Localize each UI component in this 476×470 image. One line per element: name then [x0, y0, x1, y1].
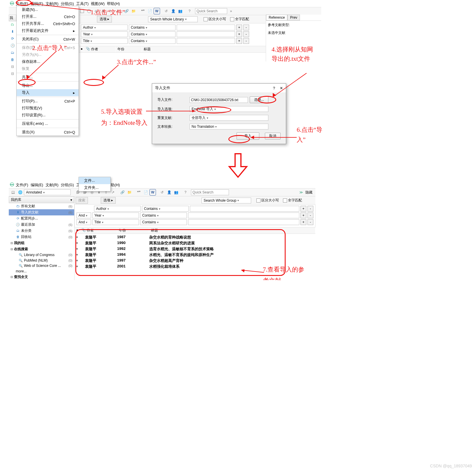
word-icon[interactable]: W	[150, 189, 156, 196]
search-value-input[interactable]	[177, 31, 235, 37]
menu-file[interactable]: 文件(F)	[16, 182, 28, 188]
trash-icon[interactable]: 🗑	[11, 58, 14, 62]
add-row-button[interactable]: +	[300, 219, 306, 225]
toolbar-icon[interactable]: 🔗	[123, 8, 130, 14]
cancel-button[interactable]: 取消	[265, 133, 281, 139]
case-checkbox[interactable]: 区分大小写	[204, 17, 226, 22]
file-menu-item[interactable]: 打开最近的文件▸	[17, 27, 79, 34]
toolbar-icon[interactable]: 👤	[170, 8, 176, 14]
toolbar-icon[interactable]	[86, 8, 92, 14]
toolbar-icon[interactable]: 📄	[143, 189, 149, 196]
drawer-icon[interactable]: 🗂	[11, 51, 14, 55]
toolbar-icon[interactable]: ⬇	[100, 8, 106, 14]
search-field-dropdown[interactable]: Author	[81, 25, 128, 30]
sync-icon[interactable]: ⟳	[11, 37, 14, 41]
file-menu-item[interactable]: 打印预览(V)	[17, 105, 79, 112]
menu-view[interactable]: 视图(W)	[91, 1, 105, 6]
col-author[interactable]: 作者	[85, 227, 117, 234]
hide-search-button[interactable]: 隐藏	[305, 190, 312, 195]
toolbar-icon[interactable]: 📄	[147, 8, 153, 14]
toolbar-icon[interactable]: ↺	[163, 8, 169, 14]
file-menu-item[interactable]: 压缩库(.enlx) ...	[17, 120, 79, 127]
search-mode-dropdown[interactable]: Search Whole Group	[201, 198, 251, 203]
help-icon[interactable]: ?	[186, 8, 193, 14]
import-button[interactable]: 导入	[237, 132, 259, 140]
remove-row-button[interactable]: -	[243, 31, 249, 37]
menu-groups[interactable]: 分组(G)	[61, 182, 74, 188]
globe-icon[interactable]: 🌐	[17, 189, 23, 196]
search-field-dropdown[interactable]: Author	[94, 206, 141, 212]
sidebar-item[interactable]: ⬇导入的文献(6)	[9, 209, 74, 215]
remove-row-button[interactable]: -	[308, 212, 313, 218]
search-field-dropdown[interactable]: Title	[81, 38, 128, 44]
toolbar-icon[interactable]: ↗	[114, 8, 120, 14]
add-row-button[interactable]: +	[300, 212, 306, 218]
toolbar-icon[interactable]: 👥	[173, 189, 179, 196]
toolbar-icon[interactable]: ↺	[159, 189, 165, 196]
file-menu-item[interactable]: 保存(S)Ctrl+S	[17, 44, 79, 51]
sidebar-group-my[interactable]: 我的组	[9, 240, 74, 246]
sidebar-group-findfull[interactable]: 查找全文	[9, 274, 74, 280]
file-menu-item[interactable]: 打开共享库...Ctrtl+Shift+O	[17, 20, 79, 27]
search-op-dropdown[interactable]: Contains	[129, 25, 176, 30]
search-value-input[interactable]	[188, 219, 299, 225]
chevrons-icon[interactable]: »	[228, 8, 234, 14]
chevrons-icon[interactable]: ≫	[299, 190, 303, 194]
style-dropdown[interactable]: Annotated	[24, 189, 71, 195]
toolbar-icon[interactable]: ↗	[110, 189, 116, 196]
import-file-input[interactable]	[190, 97, 248, 103]
toolbar-icon[interactable]: ⇧	[107, 8, 113, 14]
file-menu-item[interactable]: 另存为(A)...	[17, 51, 79, 58]
toolbar-icon[interactable]: ❝❞	[135, 189, 142, 196]
file-menu-item[interactable]: 保存副本...	[17, 58, 79, 65]
help-icon[interactable]: ?	[273, 86, 275, 90]
duplicate-dropdown[interactable]: 全部导入	[190, 115, 268, 121]
file-menu-item[interactable]: 打印设置(R)...	[17, 112, 79, 119]
search-value-input[interactable]	[177, 38, 235, 44]
import-option-dropdown[interactable]: EndNote 导入	[190, 106, 268, 112]
options-button[interactable]: 选项 ▸	[97, 16, 112, 23]
table-row[interactable]: ●袁隆平1990两系法杂交水稻研究的进展	[74, 240, 315, 246]
quick-search-input[interactable]	[191, 189, 229, 195]
case-checkbox[interactable]: 区分大小写	[256, 198, 279, 203]
help-icon[interactable]: ?	[182, 189, 189, 196]
file-menu-item[interactable]: 打印(P)...Ctrl+P	[17, 98, 79, 105]
remove-row-button[interactable]: -	[308, 219, 313, 225]
search-op-dropdown[interactable]: Contains	[129, 31, 176, 37]
sidebar-item[interactable]: 🗂未分类(6)	[9, 228, 74, 234]
tab-preview[interactable]: Prev	[287, 15, 300, 20]
table-row[interactable]: ●袁隆平1987杂交水稻的育种战略设想	[74, 234, 315, 240]
toolbar-icon[interactable]: 📁	[126, 189, 133, 196]
toolbar-icon[interactable]: 📁	[130, 8, 137, 14]
download-icon[interactable]: ⬇	[11, 30, 14, 34]
quick-search-input[interactable]	[195, 8, 227, 14]
sidebar-group-online[interactable]: 在线搜索	[9, 246, 74, 252]
toolbar-icon[interactable]	[79, 8, 85, 14]
menu-refs[interactable]: 文献(R)	[46, 182, 58, 188]
file-menu-item[interactable]: 恢复	[17, 65, 79, 72]
search-field-dropdown[interactable]: Title	[92, 219, 139, 225]
close-icon[interactable]: ✕	[280, 86, 283, 90]
chevron-down-icon[interactable]: ▾	[70, 198, 72, 202]
toolbar-icon[interactable]: ◎	[93, 8, 99, 14]
import-submenu-item[interactable]: 文件...	[79, 177, 110, 184]
table-row[interactable]: ●袁隆平1992选育水稻光、温敏核不育系的技术策略	[74, 246, 315, 252]
menu-help[interactable]: 帮助(H)	[107, 1, 120, 6]
toolbar-icon[interactable]: 👥	[177, 8, 183, 14]
search-op-dropdown[interactable]: Contains	[129, 38, 176, 44]
search-op-dropdown[interactable]: Contains	[140, 212, 187, 218]
sidebar-online-item[interactable]: 🔍Library of Congress(0)	[9, 252, 74, 258]
col-year[interactable]: 年份	[117, 227, 149, 234]
sidebar-online-item[interactable]: 🔍PubMed (NLM)(0)	[9, 258, 74, 263]
sidebar-more[interactable]: more...	[9, 269, 74, 274]
import-submenu-item[interactable]: 文件夹...	[79, 184, 110, 191]
search-value-input[interactable]	[188, 212, 299, 218]
add-row-button[interactable]: +	[300, 206, 306, 212]
col-title[interactable]: 标题	[149, 227, 315, 234]
toolbar-icon[interactable]: 👤	[166, 189, 172, 196]
col-author[interactable]: 作者	[89, 46, 116, 52]
word-checkbox[interactable]: 全字匹配	[283, 198, 302, 203]
file-menu-item[interactable]: 共享...	[17, 74, 79, 81]
word-icon[interactable]: W	[154, 8, 160, 14]
search-field-dropdown[interactable]: Year	[81, 31, 128, 37]
